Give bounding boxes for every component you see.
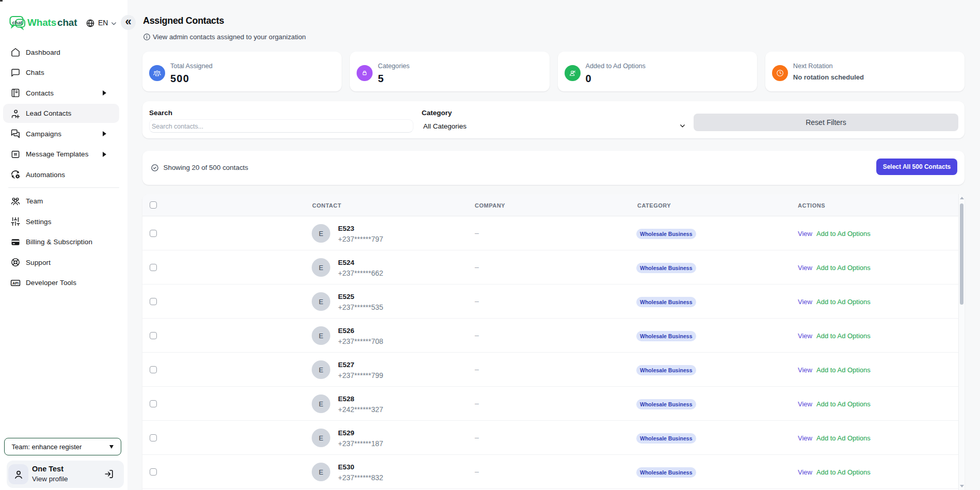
svg-text:chat: chat bbox=[12, 20, 23, 25]
svg-text:API: API bbox=[12, 280, 18, 285]
